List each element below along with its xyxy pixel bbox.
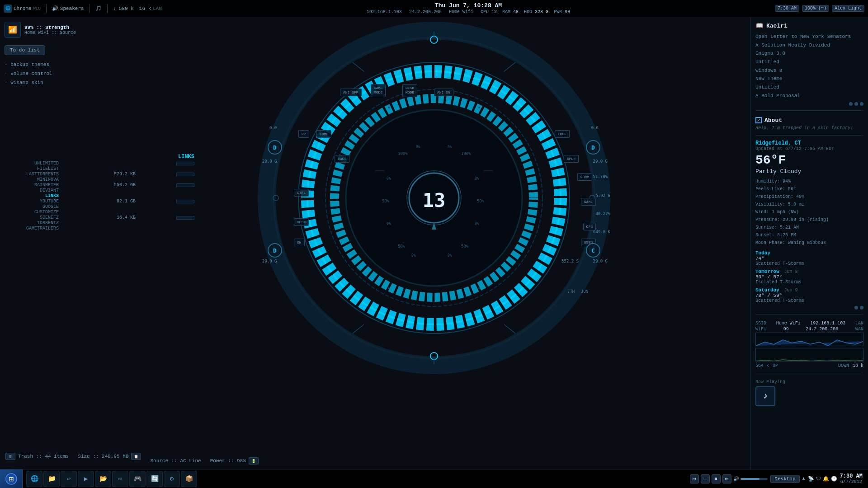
reading-item-0[interactable]: Open Letter to New York Senators (755, 33, 863, 41)
taskbar-browser-icon[interactable]: 🌐 (26, 471, 42, 487)
taskbar-files-icon[interactable]: 📂 (95, 471, 111, 487)
start-button[interactable]: ⊞ (0, 469, 23, 488)
c-button-br[interactable]: C (586, 243, 600, 258)
prev-button[interactable]: ⏮ (690, 474, 699, 483)
svg-line-17 (353, 324, 364, 333)
play-pause-button[interactable]: ⏸ (701, 474, 710, 483)
chrm-button[interactable]: CHRM (577, 173, 592, 181)
link-deviant[interactable]: DEVIANT (5, 188, 194, 193)
free-button[interactable]: FREE (555, 130, 570, 138)
book-icon: 📖 (755, 22, 764, 30)
taskbar-play-icon[interactable]: ▶ (78, 471, 94, 487)
todo-button[interactable]: To do list (5, 45, 45, 55)
media-player: ⏮ ⏸ ⏹ ⏭ 🔊 (690, 474, 768, 483)
link-gametrailers[interactable]: GAMETRAILERS (5, 226, 194, 231)
link-mininova[interactable]: MININOVA (5, 177, 194, 182)
desk-button[interactable]: DESK (294, 218, 309, 226)
taskbar-clock: 7:30 AM 6/7/2012 (840, 473, 863, 484)
next-button[interactable]: ⏭ (722, 474, 731, 483)
bandwidth-chart-down (755, 348, 863, 361)
taskbar-app-icon[interactable]: 📦 (181, 471, 197, 487)
reading-item-4[interactable]: Windows 8 (755, 66, 863, 75)
weather-section: Ridgefield, CT Updated at 6/7/12 7:05 AM… (755, 140, 863, 314)
link-scenefz[interactable]: SCENEFZ 16.4 KB (5, 215, 194, 220)
ip-wan: 24.2.200.206 (409, 9, 442, 14)
network-sys-icon[interactable]: 📡 (808, 476, 814, 482)
reading-item-7[interactable]: A Bold Proposal (755, 92, 863, 100)
game-mode-button[interactable]: GAMEMODE (371, 84, 386, 97)
music-item[interactable]: 🎵 (95, 5, 102, 11)
ani-off-button[interactable]: ANI OFF (340, 89, 362, 96)
svg-text:100%: 100% (461, 151, 471, 156)
saturday-label: Saturday (755, 287, 779, 293)
reading-item-6[interactable]: Untitled (755, 83, 863, 92)
reading-dots (755, 102, 863, 106)
taskbar-mail-icon[interactable]: ✉ (112, 471, 128, 487)
svg-text:50%: 50% (398, 244, 406, 249)
up-button[interactable]: UP (298, 130, 309, 138)
sunrise: Sunrise: 5:21 AM (755, 224, 863, 231)
today-desc: Scattered T-Storms (755, 261, 863, 266)
link-unlimited[interactable]: UNLIMITED (5, 161, 194, 166)
d-button-tr[interactable]: D (586, 140, 600, 155)
taskbar-network-icon[interactable]: 🔄 (146, 471, 163, 487)
link-rainmeter[interactable]: RAINMETER 550.2 GB (5, 183, 194, 188)
network-speed-item: ↓ 580 k (113, 6, 134, 11)
volume-bar[interactable] (741, 478, 768, 480)
top-bar-center: Thu Jun 7, 10:28 AM 192.168.1.103 24.2.2… (167, 2, 769, 14)
d-button-tl[interactable]: D (268, 140, 282, 155)
val-51: 51.78% (593, 174, 608, 179)
clock-icon[interactable]: 🕐 (831, 476, 837, 482)
desk-mode-button[interactable]: DESKMODE (402, 84, 417, 97)
audio-sys-icon[interactable]: 🔔 (823, 476, 829, 482)
wdot2 (860, 306, 863, 310)
link-google[interactable]: GOOGLE (5, 204, 194, 209)
link-lasttorrents[interactable]: LASTTORRENTS 579.2 KB (5, 172, 194, 177)
link-filelist[interactable]: FILELIST (5, 166, 194, 171)
reading-item-5[interactable]: New Theme (755, 75, 863, 83)
wifi-ssid-source: Home WiFi :: Source (24, 30, 76, 35)
taskbar-back-icon[interactable]: ↩ (61, 471, 77, 487)
reading-section: 📖 Kaelri Open Letter to New York Senator… (755, 22, 863, 111)
speaker-item[interactable]: 🔊 Speakers (52, 5, 84, 11)
chrome-item[interactable]: 🌐 Chrome WEB (4, 5, 41, 13)
forecast-saturday: Saturday Jun 9 78° / 59° Scattered T-Sto… (755, 287, 863, 303)
size-status: Size :: 248.95 MB 📋 (78, 448, 141, 465)
docs-button[interactable]: DOCS (335, 155, 349, 163)
reading-user: Kaelri (766, 23, 788, 29)
moon: Moon Phase: Waning Gibbous (755, 239, 863, 247)
top-bar: 🌐 Chrome WEB 🔊 Speakers 🎵 ↓ 580 k 16 k L… (0, 0, 868, 17)
bottom-status: 🗑 Trash :: 44 items Size :: 248.95 MB 📋 … (0, 446, 264, 467)
ip-lan: 192.168.1.103 (367, 9, 402, 14)
svg-point-19 (388, 107, 390, 108)
pressure: Pressure: 29.99 in (rising) (755, 216, 863, 224)
taskbar-folder-icon[interactable]: 📁 (43, 471, 60, 487)
today-temp: 74° (755, 256, 863, 261)
ani-on-button[interactable]: ANI ON (434, 89, 453, 96)
link-torrentz[interactable]: TORRENTZ (5, 221, 194, 225)
reading-item-1[interactable]: A Solution Neatly Divided (755, 41, 863, 50)
reading-item-2[interactable]: Enigma 3.0 (755, 49, 863, 58)
link-youtube[interactable]: YOUTUBE 82.1 GB (5, 199, 194, 204)
taskbar-steam-icon[interactable]: 🎮 (129, 471, 146, 487)
stop-button[interactable]: ⏹ (712, 474, 721, 483)
weather-location: Ridgefield, CT (755, 140, 863, 146)
trash-label: Trash :: 44 items (18, 454, 69, 459)
d-button-bl[interactable]: D (268, 243, 282, 258)
taskbar-settings-icon[interactable]: ⚙ (164, 471, 180, 487)
link-customize[interactable]: CUSTOMIZE (5, 210, 194, 215)
on-button[interactable]: ON (294, 239, 305, 246)
svg-point-20 (478, 107, 480, 108)
xplr-button[interactable]: XPLR (564, 155, 579, 163)
lan-speed: 16 k (139, 6, 151, 11)
comp-button[interactable]: COMP (316, 130, 331, 138)
security-icon[interactable]: 🛡 (816, 476, 821, 482)
desktop-button[interactable]: Desktop (770, 475, 799, 483)
battery-icon: 🔋 (249, 457, 259, 465)
ctrl-button[interactable]: CTRL (294, 189, 309, 197)
game-button[interactable]: GAME (581, 198, 596, 206)
taskbar-icons: 🌐 📁 ↩ ▶ 📂 ✉ 🎮 🔄 ⚙ 📦 (23, 471, 684, 487)
home-wifi-label: Home Wifi (449, 9, 473, 14)
user-badge[interactable]: Alex Light (832, 5, 864, 12)
reading-item-3[interactable]: Untitled (755, 58, 863, 66)
